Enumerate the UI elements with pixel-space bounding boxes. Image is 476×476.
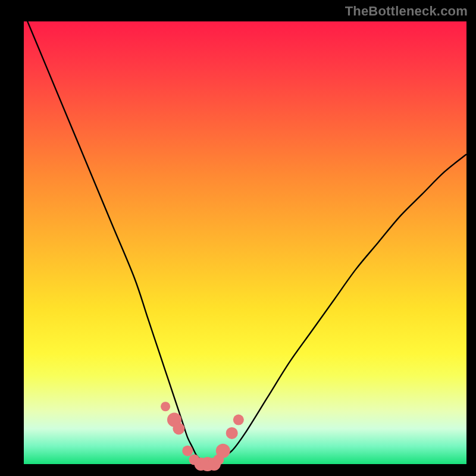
highlight-dot [161,402,170,411]
chart-frame: TheBottleneck.com [0,0,476,476]
highlight-dot [182,446,193,456]
watermark-text: TheBottleneck.com [345,4,468,19]
chart-plot-area [24,21,466,464]
highlight-dot [233,415,244,425]
highlight-dot [216,444,230,458]
highlight-dot [173,422,184,434]
highlight-dot [226,427,238,439]
chart-svg [24,21,466,464]
highlight-dots [161,402,244,471]
bottleneck-curve [24,12,466,464]
